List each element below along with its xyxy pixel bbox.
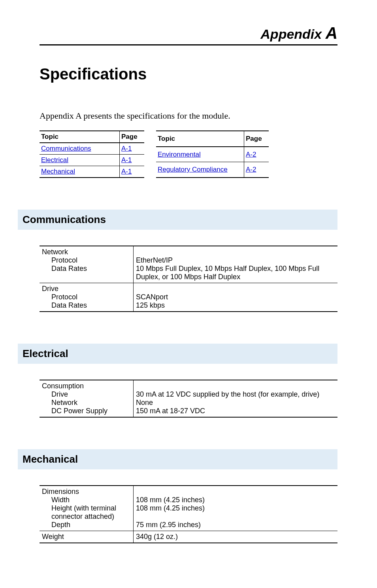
row-sublabel: Network (42, 399, 131, 407)
appendix-letter: A (326, 24, 337, 42)
page-title: Specifications (40, 65, 337, 83)
row-sublabel: Protocol (42, 293, 131, 301)
col-header-page: Page (244, 131, 269, 147)
row-label: Consumption (42, 382, 131, 390)
row-value: 108 mm (4.25 inches) (136, 496, 335, 504)
section-heading-mechanical: Mechanical (18, 449, 337, 469)
table-row: Mechanical A-1 (40, 166, 144, 178)
page-link[interactable]: A-2 (246, 151, 256, 158)
heading-text: Mechanical (23, 453, 334, 465)
row-value: 75 mm (2.95 inches) (136, 521, 335, 529)
row-value: 10 Mbps Full Duplex, 10 Mbps Half Duplex… (136, 265, 335, 281)
col-header-page: Page (120, 131, 145, 143)
page-link[interactable]: A-2 (246, 166, 256, 173)
page-link[interactable]: A-1 (121, 145, 132, 152)
row-value: 340g (12 oz.) (136, 533, 335, 541)
table-row: Environmental A-2 (156, 147, 269, 162)
row-value: SCANport (136, 293, 335, 301)
row-value: EtherNet/IP (136, 256, 335, 265)
topic-table-left: Topic Page Communications A-1 Electrical… (40, 130, 144, 178)
topic-link-regulatory[interactable]: Regulatory Compliance (158, 166, 228, 173)
row-label: Weight (42, 533, 131, 541)
appendix-prefix: Appendix (260, 26, 325, 42)
topic-table-right: Topic Page Environmental A-2 Regulatory … (156, 130, 269, 178)
mechanical-table: Dimensions Width Height (with terminal c… (40, 485, 337, 543)
table-row: Drive Protocol Data Rates SCANport 125 k… (40, 283, 337, 312)
row-sublabel: Width (42, 496, 131, 504)
heading-text: Electrical (23, 348, 334, 360)
col-header-topic: Topic (40, 131, 120, 143)
table-row: Dimensions Width Height (with terminal c… (40, 486, 337, 531)
row-sublabel: Data Rates (42, 301, 131, 310)
row-value: None (136, 399, 335, 407)
row-value: 108 mm (4.25 inches) (136, 504, 335, 512)
topic-link-electrical[interactable]: Electrical (41, 156, 68, 164)
topic-index-tables: Topic Page Communications A-1 Electrical… (40, 130, 337, 178)
table-row: Electrical A-1 (40, 155, 144, 166)
topic-link-environmental[interactable]: Environmental (158, 151, 201, 158)
row-label: Network (42, 248, 131, 256)
communications-table: Network Protocol Data Rates EtherNet/IP … (40, 246, 337, 312)
table-row: Communications A-1 (40, 143, 144, 155)
row-sublabel: Drive (42, 390, 131, 399)
row-value: 125 kbps (136, 301, 335, 310)
row-sublabel: DC Power Supply (42, 407, 131, 415)
row-value: 30 mA at 12 VDC supplied by the host (fo… (136, 390, 335, 399)
page-link[interactable]: A-1 (121, 156, 132, 164)
topic-link-communications[interactable]: Communications (41, 145, 91, 152)
page: Appendix A Specifications Appendix A pre… (0, 0, 377, 588)
section-heading-communications: Communications (18, 210, 337, 230)
row-value: 150 mA at 18-27 VDC (136, 407, 335, 415)
row-sublabel: Data Rates (42, 265, 131, 273)
electrical-table: Consumption Drive Network DC Power Suppl… (40, 380, 337, 418)
section-heading-electrical: Electrical (18, 344, 337, 364)
table-row: Weight 340g (12 oz.) (40, 531, 337, 543)
row-sublabel: Depth (42, 521, 131, 529)
table-row: Network Protocol Data Rates EtherNet/IP … (40, 246, 337, 283)
row-label: Dimensions (42, 488, 131, 496)
intro-text: Appendix A presents the specifications f… (40, 111, 337, 121)
table-row: Regulatory Compliance A-2 (156, 162, 269, 178)
page-link[interactable]: A-1 (121, 168, 132, 175)
col-header-topic: Topic (156, 131, 244, 147)
heading-text: Communications (23, 214, 334, 226)
row-label: Drive (42, 285, 131, 293)
row-sublabel: Protocol (42, 256, 131, 265)
table-row: Consumption Drive Network DC Power Suppl… (40, 380, 337, 417)
appendix-header: Appendix A (40, 24, 337, 45)
row-sublabel: Height (with terminal connector attached… (42, 504, 131, 521)
topic-link-mechanical[interactable]: Mechanical (41, 168, 75, 175)
